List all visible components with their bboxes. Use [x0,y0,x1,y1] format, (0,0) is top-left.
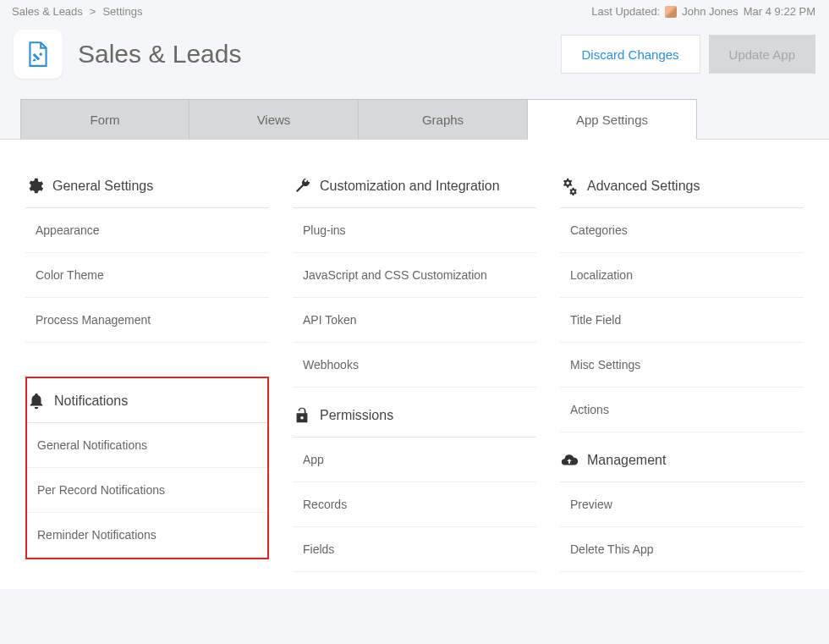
item-plug-ins[interactable]: Plug-ins [293,208,536,253]
last-updated-user: John Jones [682,5,738,18]
tab-views[interactable]: Views [189,99,359,140]
col-advanced: Advanced Settings Categories Localizatio… [560,172,804,572]
item-webhooks[interactable]: Webhooks [293,343,536,388]
item-categories[interactable]: Categories [560,208,804,253]
col-general: General Settings Appearance Color Theme … [25,172,269,572]
section-title: Customization and Integration [320,179,500,194]
item-actions[interactable]: Actions [560,388,804,432]
item-api-token[interactable]: API Token [293,298,536,343]
item-perm-records[interactable]: Records [293,482,536,527]
breadcrumb-page[interactable]: Settings [102,5,142,18]
last-updated: Last Updated: John Jones Mar 4 9:22 PM [591,5,815,18]
settings-content: General Settings Appearance Color Theme … [0,139,829,589]
tab-graphs[interactable]: Graphs [359,99,528,140]
wrench-icon [293,177,311,195]
tab-app-settings[interactable]: App Settings [528,99,697,140]
gears-icon [560,177,579,195]
page-title: Sales & Leads [78,40,561,69]
breadcrumb-app[interactable]: Sales & Leads [12,5,83,18]
section-permissions: Permissions [293,388,536,438]
breadcrumb-bar: Sales & Leads > Settings Last Updated: J… [0,0,829,21]
notifications-highlight: Notifications General Notifications Per … [25,377,269,559]
section-notifications: Notifications [27,385,267,423]
tabs: Form Views Graphs App Settings [0,99,829,140]
section-advanced: Advanced Settings [560,172,804,208]
item-appearance[interactable]: Appearance [25,208,269,253]
section-title: Management [587,453,666,468]
item-general-notifications[interactable]: General Notifications [27,423,267,468]
item-preview[interactable]: Preview [560,482,804,527]
item-js-css[interactable]: JavaScript and CSS Customization [293,253,536,298]
discard-changes-button[interactable]: Discard Changes [561,35,700,74]
section-title: General Settings [52,179,153,194]
section-title: Notifications [54,394,128,409]
avatar [665,6,677,18]
last-updated-label: Last Updated: [591,5,660,18]
item-misc-settings[interactable]: Misc Settings [560,343,804,388]
section-customization: Customization and Integration [293,172,536,208]
item-title-field[interactable]: Title Field [560,298,804,343]
item-perm-fields[interactable]: Fields [293,527,536,572]
section-title: Permissions [320,408,393,423]
cloud-upload-icon [560,451,579,470]
breadcrumb-sep: > [90,5,96,18]
update-app-button[interactable]: Update App [709,35,815,74]
item-color-theme[interactable]: Color Theme [25,253,269,298]
header: Sales & Leads Discard Changes Update App [0,21,829,99]
breadcrumb: Sales & Leads > Settings [12,5,142,18]
col-customization: Customization and Integration Plug-ins J… [293,172,536,572]
lock-open-icon [293,406,311,425]
document-tools-icon [24,40,52,69]
gear-icon [25,177,44,195]
app-icon [14,30,63,79]
section-general-settings: General Settings [25,172,269,208]
item-delete-app[interactable]: Delete This App [560,527,804,572]
item-reminder-notifications[interactable]: Reminder Notifications [27,513,267,558]
item-perm-app[interactable]: App [293,438,536,482]
bell-icon [27,392,46,410]
last-updated-time: Mar 4 9:22 PM [744,5,815,18]
section-title: Advanced Settings [587,179,700,194]
item-process-management[interactable]: Process Management [25,298,269,343]
tab-form[interactable]: Form [20,99,189,140]
item-per-record-notifications[interactable]: Per Record Notifications [27,468,267,513]
item-localization[interactable]: Localization [560,253,804,298]
section-management: Management [560,432,804,482]
